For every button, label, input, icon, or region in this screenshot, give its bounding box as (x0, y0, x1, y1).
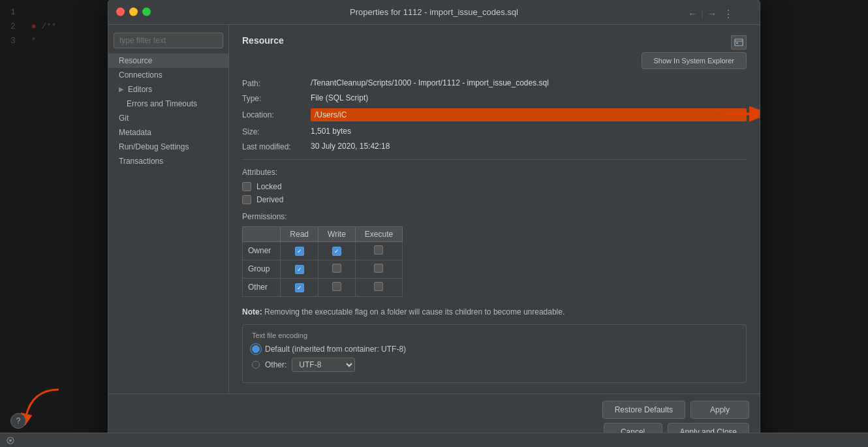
explorer-icon (734, 38, 743, 47)
size-label: Size: (242, 127, 311, 136)
other-encoding-radio[interactable] (252, 361, 260, 369)
window-controls (116, 8, 151, 16)
default-encoding-radio[interactable] (252, 345, 260, 353)
locked-checkbox[interactable] (242, 182, 251, 191)
perm-owner-read[interactable] (281, 241, 318, 260)
minimize-button[interactable] (129, 8, 138, 16)
dialog-body: Resource Connections ▶ Editors Errors an… (108, 25, 760, 393)
default-encoding-label: Default (inherited from container: UTF-8… (265, 345, 406, 354)
last-modified-row: Last modified: 30 July 2020, 15:42:18 (242, 142, 747, 151)
note-content: Removing the executable flag on a folder… (264, 307, 565, 316)
sidebar-item-resource[interactable]: Resource (108, 54, 228, 68)
note-label: Note: (242, 307, 262, 316)
perm-col-execute: Execute (355, 226, 402, 241)
perm-owner-label: Owner (243, 241, 281, 260)
sidebar-item-git-label: Git (119, 114, 129, 123)
svg-rect-0 (735, 39, 743, 46)
dialog-nav: ← | → ⋮ (685, 7, 736, 22)
nav-more-button[interactable]: ⋮ (721, 7, 736, 22)
explorer-icon-button[interactable] (731, 35, 747, 50)
path-value: /TenantCleanup/Scripts/1000 - Import/111… (311, 78, 747, 87)
perm-col-empty (243, 226, 281, 241)
sidebar: Resource Connections ▶ Editors Errors an… (108, 25, 229, 393)
sidebar-item-errors-timeouts[interactable]: Errors and Timeouts (108, 97, 228, 111)
perm-group-label: Group (243, 260, 281, 278)
encoding-title: Text file encoding (252, 331, 737, 339)
perm-row-group: Group (243, 260, 403, 278)
sidebar-item-errors-label: Errors and Timeouts (127, 99, 197, 108)
nav-forward-button[interactable]: → (705, 7, 719, 20)
sidebar-item-metadata[interactable]: Metadata (108, 125, 228, 140)
perm-owner-write[interactable] (318, 241, 356, 260)
nav-separator: | (701, 8, 704, 19)
perm-other-execute[interactable] (355, 278, 402, 296)
perm-col-read: Read (281, 226, 318, 241)
path-label: Path: (242, 78, 311, 88)
restore-defaults-button[interactable]: Restore Defaults (602, 401, 685, 419)
path-row: Path: /TenantCleanup/Scripts/1000 - Impo… (242, 78, 747, 88)
perm-other-label: Other (243, 278, 281, 296)
perm-group-execute[interactable] (355, 260, 402, 278)
help-button[interactable]: ? (10, 413, 26, 429)
sidebar-item-run-debug-label: Run/Debug Settings (119, 142, 189, 151)
encoding-section: Text file encoding Default (inherited fr… (242, 324, 747, 383)
sidebar-item-metadata-label: Metadata (119, 128, 151, 137)
last-modified-value: 30 July 2020, 15:42:18 (311, 142, 747, 151)
other-encoding-label: Other: (265, 360, 287, 369)
type-row: Type: File (SQL Script) (242, 93, 747, 103)
show-explorer-area (731, 35, 747, 50)
note-text: Note: Removing the executable flag on a … (242, 306, 747, 318)
sidebar-item-transactions-label: Transactions (119, 157, 163, 166)
size-row: Size: 1,501 bytes (242, 127, 747, 136)
location-container: /Users/iC (311, 108, 747, 121)
nav-back-button[interactable]: ← (685, 7, 700, 20)
sidebar-item-connections-label: Connections (119, 70, 163, 80)
svg-point-6 (9, 439, 12, 442)
dialog-overlay: Properties for 1112 - import_issue_codes… (0, 0, 868, 447)
maximize-button[interactable] (142, 8, 151, 16)
size-value: 1,501 bytes (311, 127, 747, 136)
sidebar-item-editors[interactable]: ▶ Editors (108, 82, 228, 97)
derived-row: Derived (242, 195, 747, 204)
perm-other-read[interactable] (281, 278, 318, 296)
encoding-select[interactable]: UTF-8 UTF-16 ISO-8859-1 (292, 358, 355, 372)
type-value: File (SQL Script) (311, 93, 747, 102)
statusbar-icon (5, 435, 16, 446)
derived-label: Derived (256, 195, 283, 204)
properties-dialog: Properties for 1112 - import_issue_codes… (108, 0, 760, 447)
main-content: Resource Show In (229, 25, 760, 393)
locked-label: Locked (256, 182, 282, 191)
perm-group-read[interactable] (281, 260, 318, 278)
apply-button[interactable]: Apply (690, 401, 749, 419)
perm-other-write[interactable] (318, 278, 356, 296)
permissions-table: Read Write Execute Owner (242, 226, 403, 297)
svg-rect-1 (736, 42, 738, 44)
permissions-title: Permissions: (242, 212, 747, 221)
perm-group-write[interactable] (318, 260, 356, 278)
dialog-titlebar: Properties for 1112 - import_issue_codes… (108, 0, 760, 25)
close-button[interactable] (116, 8, 125, 16)
permissions-section: Permissions: Read Write Execute (242, 212, 747, 297)
perm-col-write: Write (318, 226, 356, 241)
sidebar-item-connections[interactable]: Connections (108, 68, 228, 82)
perm-owner-execute[interactable] (355, 241, 402, 260)
perm-row-other: Other (243, 278, 403, 296)
sidebar-item-transactions[interactable]: Transactions (108, 154, 228, 168)
attributes-section: Attributes: Locked Derived (242, 168, 747, 204)
other-encoding-row: Other: UTF-8 UTF-16 ISO-8859-1 (252, 358, 737, 372)
sidebar-item-editors-label: Editors (128, 85, 152, 94)
show-in-system-explorer-button[interactable]: Show In System Explorer (642, 52, 747, 69)
footer-row-1: Restore Defaults Apply (119, 401, 749, 419)
filter-input[interactable] (114, 33, 223, 48)
sidebar-item-run-debug[interactable]: Run/Debug Settings (108, 140, 228, 154)
derived-checkbox[interactable] (242, 195, 251, 204)
default-encoding-row: Default (inherited from container: UTF-8… (252, 345, 737, 354)
perm-row-owner: Owner (243, 241, 403, 260)
attributes-title: Attributes: (242, 168, 747, 177)
type-label: Type: (242, 93, 311, 103)
sidebar-item-git[interactable]: Git (108, 111, 228, 125)
location-value: /Users/iC (315, 110, 347, 119)
last-modified-label: Last modified: (242, 142, 311, 151)
location-label: Location: (242, 110, 311, 119)
locked-row: Locked (242, 182, 747, 191)
